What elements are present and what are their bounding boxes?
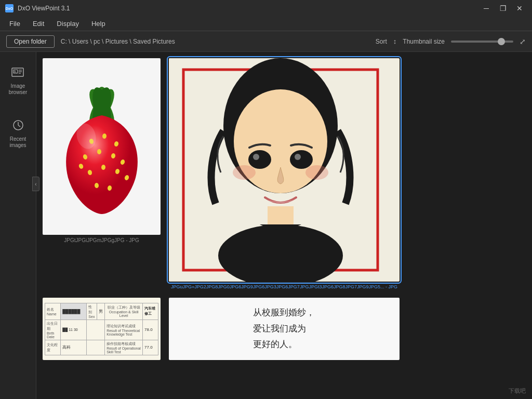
menu-display[interactable]: Display [51, 18, 84, 29]
recent-images-icon [12, 119, 24, 134]
thumbnails-grid: JPGtJPGiJPGmJPGgJPG - JPG [43, 58, 526, 360]
minimize-button[interactable]: ─ [479, 3, 494, 14]
sort-label: Sort [376, 38, 387, 45]
text-image-content: 从校服到婚纱， 爱让我们成为 更好的人。 [253, 305, 315, 353]
menu-edit[interactable]: Edit [28, 18, 49, 29]
open-folder-button[interactable]: Open folder [6, 35, 55, 48]
titlebar-controls: ─ ❐ ✕ [479, 3, 527, 14]
menu-file[interactable]: File [4, 18, 25, 29]
thumbnail-certificate[interactable]: 姓名Name ██████ 性别Sex 男 职业（工种）及等级Occupatio… [43, 298, 161, 360]
sidebar-item-image-browser[interactable]: Imagebrowser [6, 62, 31, 100]
svg-point-35 [233, 165, 256, 180]
certificate-image: 姓名Name ██████ 性别Sex 男 职业（工种）及等级Occupatio… [43, 298, 161, 360]
restore-button[interactable]: ❐ [496, 3, 510, 14]
sidebar: Imagebrowser Recentimages [0, 52, 36, 399]
portrait-filename: JPGuJPG=JPG2JPG8JPG0JPG6JPG9JPG6JPG3JPG6… [169, 284, 400, 289]
svg-point-37 [248, 150, 271, 169]
svg-point-38 [290, 150, 313, 169]
sidebar-collapse-button[interactable]: ‹ [32, 177, 39, 191]
portrait-image [169, 58, 400, 282]
app-icon: DxO [5, 4, 14, 12]
svg-point-40 [295, 154, 301, 160]
app-title: DxO ViewPoint 3.1 [18, 5, 70, 12]
watermark-text: 下载吧 [509, 388, 526, 394]
close-button[interactable]: ✕ [512, 3, 527, 14]
thumbnail-size-slider[interactable] [451, 41, 513, 43]
sort-icon[interactable]: ↕ [393, 37, 397, 45]
content-area[interactable]: JPGtJPGiJPGmJPGgJPG - JPG [36, 52, 532, 399]
svg-point-36 [305, 165, 328, 180]
watermark: 下载吧 [509, 387, 526, 395]
titlebar-left: DxO DxO ViewPoint 3.1 [5, 4, 70, 12]
thumbnail-strawberry[interactable]: JPGtJPGiJPGmJPGgJPG - JPG [43, 58, 161, 289]
svg-point-18 [97, 149, 101, 154]
thumb-wrapper-strawberry [43, 58, 161, 235]
thumb-wrapper-portrait [169, 58, 400, 282]
thumb-wrapper-text: 从校服到婚纱， 爱让我们成为 更好的人。 [169, 298, 400, 360]
strawberry-filename: JPGtJPGiJPGmJPGgJPG - JPG [62, 237, 141, 243]
sidebar-item-recent-images[interactable]: Recentimages [6, 115, 29, 153]
thumb-wrapper-certificate: 姓名Name ██████ 性别Sex 男 职业（工种）及等级Occupatio… [43, 298, 161, 360]
thumbnail-portrait[interactable]: JPGuJPG=JPG2JPG8JPG0JPG6JPG9JPG6JPG3JPG6… [169, 58, 400, 289]
sidebar-label-image-browser: Imagebrowser [9, 83, 28, 96]
titlebar: DxO DxO ViewPoint 3.1 ─ ❐ ✕ [0, 0, 532, 17]
main-area: Imagebrowser Recentimages ‹ [0, 52, 532, 399]
image-browser-icon [11, 66, 24, 81]
sidebar-label-recent-images: Recentimages [9, 136, 26, 149]
strawberry-image [43, 58, 161, 235]
collapse-arrow-icon: ‹ [35, 181, 36, 187]
app-icon-text: DxO [6, 7, 13, 10]
thumbnail-size-label: Thumbnail size [403, 38, 445, 45]
svg-point-39 [253, 154, 259, 160]
menubar: File Edit Display Help [0, 17, 532, 31]
text-image: 从校服到婚纱， 爱让我们成为 更好的人。 [169, 298, 400, 360]
menu-help[interactable]: Help [86, 18, 111, 29]
toolbar: Open folder C: \ Users \ pc \ Pictures \… [0, 31, 532, 52]
svg-point-2 [15, 71, 16, 72]
expand-icon[interactable]: ⤢ [520, 37, 526, 46]
thumbnail-text-image[interactable]: 从校服到婚纱， 爱让我们成为 更好的人。 [169, 298, 400, 360]
svg-line-8 [18, 125, 20, 127]
path-display: C: \ Users \ pc \ Pictures \ Saved Pictu… [61, 38, 369, 45]
